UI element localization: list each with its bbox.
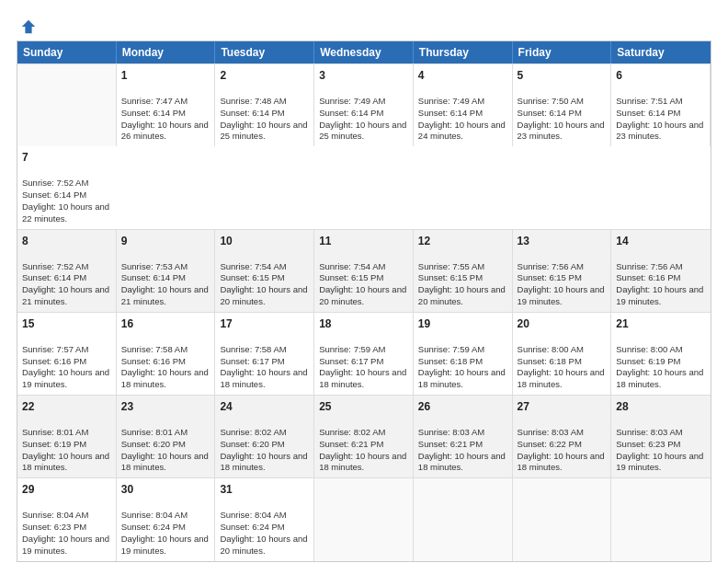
calendar-cell: 22Sunrise: 8:01 AMSunset: 6:19 PMDayligh…	[17, 396, 117, 477]
daylight-text: Daylight: 10 hours and 19 minutes.	[22, 367, 109, 389]
calendar-cell: 14Sunrise: 7:56 AMSunset: 6:16 PMDayligh…	[611, 230, 711, 312]
daylight-text: Daylight: 10 hours and 25 minutes.	[319, 120, 406, 142]
day-number: 10	[220, 234, 309, 248]
calendar-row: 8Sunrise: 7:52 AMSunset: 6:14 PMDaylight…	[17, 229, 711, 312]
sunset-text: Sunset: 6:20 PM	[121, 439, 186, 449]
sunset-text: Sunset: 6:16 PM	[22, 356, 86, 366]
sunrise-text: Sunrise: 8:04 AM	[121, 510, 188, 520]
sunset-text: Sunset: 6:21 PM	[418, 439, 483, 449]
calendar-header-cell: Tuesday	[215, 41, 314, 63]
sunrise-text: Sunrise: 8:03 AM	[518, 427, 584, 437]
svg-marker-0	[22, 20, 35, 33]
sunset-text: Sunset: 6:18 PM	[518, 356, 582, 366]
calendar-cell: 20Sunrise: 8:00 AMSunset: 6:18 PMDayligh…	[513, 313, 612, 395]
calendar-cell: 13Sunrise: 7:56 AMSunset: 6:15 PMDayligh…	[513, 230, 612, 312]
sunrise-text: Sunrise: 8:01 AM	[121, 427, 188, 437]
day-number: 28	[616, 399, 706, 414]
sunrise-text: Sunrise: 8:03 AM	[418, 427, 484, 437]
day-number: 23	[121, 399, 210, 414]
sunrise-text: Sunrise: 7:56 AM	[518, 261, 584, 271]
sunset-text: Sunset: 6:19 PM	[22, 439, 86, 449]
page: SundayMondayTuesdayWednesdayThursdayFrid…	[0, 0, 728, 563]
sunrise-text: Sunrise: 8:02 AM	[220, 427, 286, 437]
daylight-text: Daylight: 10 hours and 18 minutes.	[22, 451, 109, 473]
daylight-text: Daylight: 10 hours and 18 minutes.	[220, 451, 307, 473]
day-number: 30	[121, 482, 210, 497]
day-number: 25	[319, 399, 408, 414]
daylight-text: Daylight: 10 hours and 23 minutes.	[518, 120, 605, 142]
calendar-cell: 25Sunrise: 8:02 AMSunset: 6:21 PMDayligh…	[314, 396, 414, 477]
calendar-cell	[513, 478, 612, 560]
daylight-text: Daylight: 10 hours and 19 minutes.	[22, 534, 109, 556]
day-number: 21	[616, 316, 706, 331]
day-number: 11	[319, 234, 408, 248]
sunset-text: Sunset: 6:14 PM	[220, 108, 284, 118]
day-number: 31	[220, 482, 309, 497]
sunrise-text: Sunrise: 7:59 AM	[319, 344, 385, 354]
sunset-text: Sunset: 6:21 PM	[319, 439, 383, 449]
calendar-cell: 19Sunrise: 7:59 AMSunset: 6:18 PMDayligh…	[414, 313, 513, 395]
calendar-cell: 4Sunrise: 7:49 AMSunset: 6:14 PMDaylight…	[414, 64, 513, 146]
daylight-text: Daylight: 10 hours and 18 minutes.	[220, 367, 307, 389]
calendar-header-cell: Saturday	[611, 41, 711, 63]
daylight-text: Daylight: 10 hours and 25 minutes.	[220, 120, 307, 142]
daylight-text: Daylight: 10 hours and 24 minutes.	[418, 120, 506, 142]
calendar-cell	[17, 64, 117, 146]
day-number: 27	[518, 399, 607, 414]
sunset-text: Sunset: 6:15 PM	[319, 272, 383, 282]
sunrise-text: Sunrise: 7:58 AM	[220, 344, 286, 354]
sunset-text: Sunset: 6:19 PM	[616, 356, 680, 366]
sunrise-text: Sunrise: 8:03 AM	[616, 427, 682, 437]
daylight-text: Daylight: 10 hours and 18 minutes.	[121, 367, 209, 389]
sunset-text: Sunset: 6:15 PM	[418, 272, 483, 282]
sunset-text: Sunset: 6:14 PM	[418, 108, 483, 118]
calendar-cell: 1Sunrise: 7:47 AMSunset: 6:14 PMDaylight…	[117, 64, 216, 146]
day-number: 29	[22, 482, 111, 497]
sunrise-text: Sunrise: 7:53 AM	[121, 261, 188, 271]
calendar-cell: 24Sunrise: 8:02 AMSunset: 6:20 PMDayligh…	[215, 396, 314, 477]
sunset-text: Sunset: 6:23 PM	[22, 522, 86, 532]
sunrise-text: Sunrise: 7:56 AM	[616, 261, 682, 271]
calendar-cell: 3Sunrise: 7:49 AMSunset: 6:14 PMDaylight…	[314, 64, 414, 146]
daylight-text: Daylight: 10 hours and 19 minutes.	[518, 284, 605, 306]
calendar-row: 29Sunrise: 8:04 AMSunset: 6:23 PMDayligh…	[17, 477, 711, 560]
day-number: 20	[518, 316, 607, 331]
sunset-text: Sunset: 6:16 PM	[616, 272, 680, 282]
sunset-text: Sunset: 6:14 PM	[616, 108, 680, 118]
calendar-cell: 28Sunrise: 8:03 AMSunset: 6:23 PMDayligh…	[611, 396, 711, 477]
sunset-text: Sunset: 6:17 PM	[319, 356, 383, 366]
day-number: 22	[22, 399, 111, 414]
sunset-text: Sunset: 6:15 PM	[220, 272, 284, 282]
day-number: 3	[319, 68, 408, 83]
daylight-text: Daylight: 10 hours and 18 minutes.	[518, 367, 605, 389]
daylight-text: Daylight: 10 hours and 19 minutes.	[121, 534, 209, 556]
calendar-cell: 10Sunrise: 7:54 AMSunset: 6:15 PMDayligh…	[215, 230, 314, 312]
day-number: 19	[418, 316, 507, 331]
sunrise-text: Sunrise: 7:52 AM	[22, 178, 88, 188]
daylight-text: Daylight: 10 hours and 20 minutes.	[220, 284, 307, 306]
day-number: 7	[22, 150, 112, 165]
daylight-text: Daylight: 10 hours and 21 minutes.	[22, 284, 109, 306]
sunset-text: Sunset: 6:16 PM	[121, 356, 186, 366]
calendar-body: 1Sunrise: 7:47 AMSunset: 6:14 PMDaylight…	[17, 63, 711, 561]
sunset-text: Sunset: 6:24 PM	[220, 522, 284, 532]
header	[17, 15, 711, 35]
sunrise-text: Sunrise: 7:51 AM	[616, 96, 682, 106]
daylight-text: Daylight: 10 hours and 19 minutes.	[616, 284, 703, 306]
daylight-text: Daylight: 10 hours and 18 minutes.	[121, 451, 209, 473]
calendar-header-cell: Sunday	[17, 41, 117, 63]
sunset-text: Sunset: 6:23 PM	[616, 439, 680, 449]
sunrise-text: Sunrise: 7:49 AM	[319, 96, 385, 106]
calendar-cell	[611, 478, 711, 560]
sunrise-text: Sunrise: 7:54 AM	[319, 261, 385, 271]
day-number: 6	[616, 68, 705, 83]
sunrise-text: Sunrise: 7:48 AM	[220, 96, 286, 106]
day-number: 13	[518, 234, 607, 248]
daylight-text: Daylight: 10 hours and 18 minutes.	[319, 367, 406, 389]
calendar-header-cell: Wednesday	[314, 41, 414, 63]
calendar-row: 1Sunrise: 7:47 AMSunset: 6:14 PMDaylight…	[17, 63, 711, 229]
calendar-row: 15Sunrise: 7:57 AMSunset: 6:16 PMDayligh…	[17, 312, 711, 395]
daylight-text: Daylight: 10 hours and 18 minutes.	[418, 367, 506, 389]
day-number: 18	[319, 316, 408, 331]
day-number: 12	[418, 234, 507, 248]
